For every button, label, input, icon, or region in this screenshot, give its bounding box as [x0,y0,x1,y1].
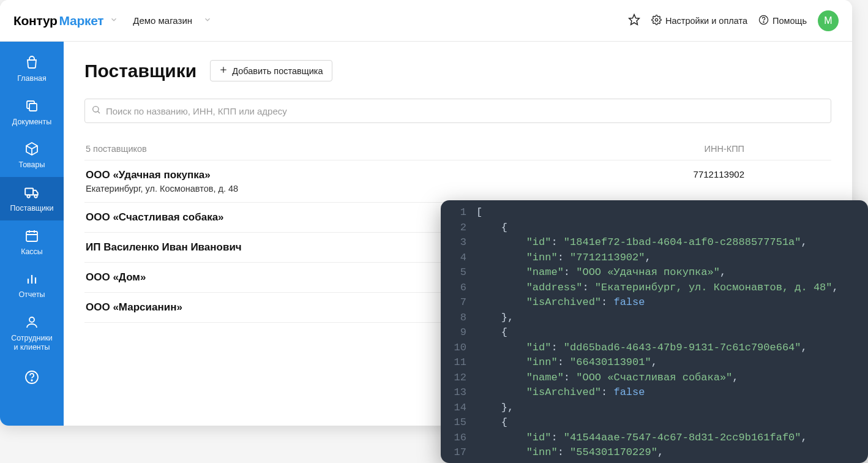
supplier-name: ООО «Удачная покупка» [86,169,238,181]
truck-icon [24,184,40,200]
supplier-row[interactable]: ООО «Удачная покупка»Екатеринбург, ул. К… [84,160,831,202]
supplier-name: ООО «Марсианин» [86,301,182,314]
code-line: 10 "id": "dd65bad6-4643-47b9-9131-7c61c7… [441,341,868,356]
code-line: 11 "inn": "66430113901", [441,355,868,371]
inn-column-label: ИНН-КПП [705,144,744,154]
sidebar-item-goods[interactable]: Товары [0,134,64,177]
supplier-address: Екатеринбург, ул. Космонавтов, д. 48 [86,184,238,194]
code-line: 9 { [441,325,868,341]
code-line: 13 "isArchived": false [441,385,868,401]
bag-icon [24,55,40,70]
avatar[interactable]: М [818,10,839,31]
calendar-icon [24,228,40,244]
sidebar: Главная Документы Товары Поставщики [0,42,64,426]
sidebar-item-label: Поставщики [10,204,53,214]
shop-name: Демо магазин [133,15,192,26]
svg-point-1 [655,18,657,21]
logo-chevron-down-icon[interactable] [110,15,118,26]
plus-icon [219,66,228,76]
table-header: 5 поставщиков ИНН-КПП [84,144,831,160]
settings-label: Настройки и оплата [665,16,747,26]
logo-part1: Контур [13,13,58,28]
sidebar-item-staff[interactable]: Сотрудники и клиенты [0,307,64,359]
code-line: 3 "id": "1841ef72-1bad-4604-a1f0-c288857… [441,235,868,250]
svg-line-18 [98,111,100,113]
sidebar-item-label: Сотрудники и клиенты [11,334,53,353]
svg-marker-0 [629,15,640,25]
sidebar-item-label: Товары [19,160,45,170]
svg-rect-5 [25,188,33,195]
svg-point-7 [34,195,37,197]
svg-point-6 [27,195,29,197]
page-title: Поставщики [84,61,196,81]
supplier-name: ИП Василенко Иван Иванович [86,241,242,254]
search-field[interactable] [84,99,831,123]
sidebar-item-label: Главная [17,74,47,84]
add-button-label: Добавить поставщика [232,66,323,76]
sidebar-item-registers[interactable]: Кассы [0,220,64,264]
sidebar-item-reports[interactable]: Отчеты [0,263,64,307]
logo-part2: Маркет [59,13,104,28]
code-line: 5 "name": "ООО «Удачная покупка»", [441,265,868,280]
shop-chevron-down-icon [203,15,212,26]
code-line: 1[ [441,205,868,220]
code-line: 12 "name": "ООО «Счастливая собака»", [441,371,868,386]
sidebar-item-label: Отчеты [18,290,45,300]
code-line: 17 "inn": "554301170229", [441,445,868,461]
supplier-inn: 7712113902 [694,169,744,194]
bar-chart-icon [24,271,40,287]
svg-rect-8 [26,232,37,241]
star-icon[interactable] [628,13,640,28]
settings-link[interactable]: Настройки и оплата [651,15,747,27]
sidebar-item-label: Кассы [21,247,43,257]
code-line: 8 }, [441,311,868,326]
question-icon [24,369,40,385]
svg-point-14 [31,380,32,381]
code-panel: 1[2 {3 "id": "1841ef72-1bad-4604-a1f0-c2… [441,200,868,463]
shop-selector[interactable]: Демо магазин [133,15,212,26]
user-icon [24,314,40,330]
sidebar-item-suppliers[interactable]: Поставщики [0,177,64,220]
logo[interactable]: Контур Маркет [13,13,103,28]
count-label: 5 поставщиков [86,144,147,154]
avatar-letter: М [824,15,832,26]
search-icon [91,105,101,117]
search-input[interactable] [106,106,825,116]
svg-point-12 [29,317,34,322]
cube-icon [24,141,40,157]
help-label: Помощь [773,16,807,26]
svg-point-17 [93,107,99,112]
header-right: Настройки и оплата Помощь М [628,10,839,31]
code-line: 7 "isArchived": false [441,295,868,311]
code-line: 16 "id": "41544aae-7547-4c67-8d31-2cc9b1… [441,431,868,446]
gear-icon [651,15,662,27]
header: Контур Маркет Демо магазин Настройки и о… [0,0,852,42]
help-icon [758,15,769,27]
svg-rect-4 [29,104,37,111]
code-line: 6 "address": "Екатеринбург, ул. Космонав… [441,280,868,296]
supplier-name: ООО «Счастливая собака» [86,211,224,224]
sidebar-item-documents[interactable]: Документы [0,91,64,134]
svg-point-3 [763,21,764,22]
copy-icon [24,98,40,114]
sidebar-item-home[interactable]: Главная [0,47,64,91]
code-line: 2 { [441,220,868,236]
sidebar-item-help[interactable] [0,362,64,392]
supplier-name: ООО «Дом» [86,271,146,284]
code-line: 15 { [441,415,868,431]
help-link[interactable]: Помощь [758,15,807,27]
sidebar-item-label: Документы [12,118,51,127]
code-line: 14 }, [441,401,868,416]
add-supplier-button[interactable]: Добавить поставщика [210,60,332,81]
code-line: 4 "inn": "7712113902", [441,250,868,266]
